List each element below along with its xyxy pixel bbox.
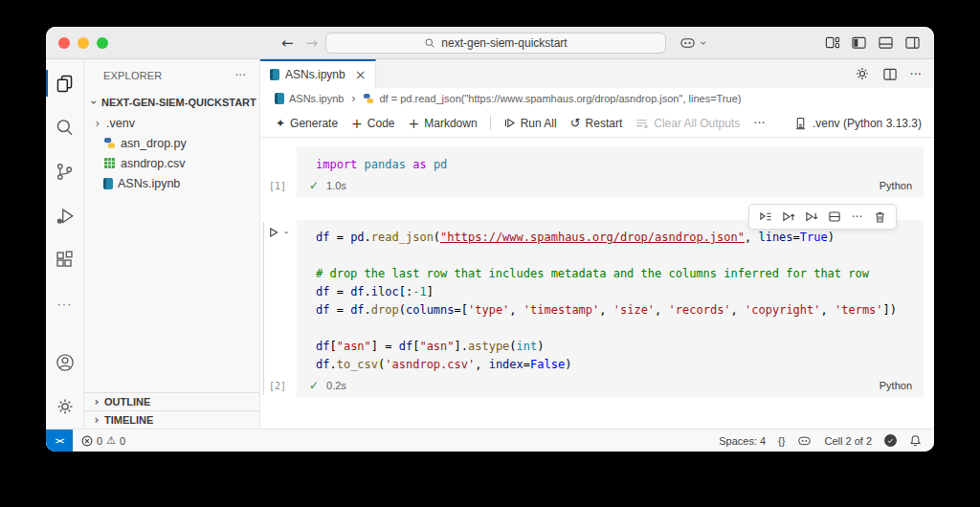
add-code-cell-button[interactable]: + Code	[345, 113, 401, 134]
notebook-cell-1[interactable]: [1] import pandas as pd ✓ 1.0s Python	[260, 147, 924, 197]
file-label: asndrop.csv	[121, 157, 185, 170]
toggle-panel-button[interactable]	[878, 35, 894, 50]
settings-gear-icon[interactable]	[855, 66, 870, 81]
title-bar: ← → next-gen-siem-quickstart ›	[46, 27, 934, 59]
restart-button[interactable]: ↺ Restart	[564, 113, 630, 133]
activity-explorer[interactable]	[46, 61, 84, 105]
toggle-secondary-sidebar-button[interactable]	[904, 35, 921, 50]
tree-item-asns-ipynb[interactable]: ASNs.ipynb	[84, 173, 259, 193]
csv-file-icon	[103, 157, 116, 169]
notebook-file-icon	[270, 69, 279, 80]
cell-code[interactable]: import pandas as pd	[297, 147, 924, 174]
remote-icon: ><	[56, 436, 64, 446]
restart-icon: ↺	[570, 116, 581, 130]
sidebar-more-button[interactable]: ···	[235, 69, 246, 82]
execute-above-cells-icon[interactable]	[755, 208, 775, 226]
errors-icon	[81, 435, 93, 447]
command-center-search[interactable]: next-gen-siem-quickstart	[325, 33, 666, 54]
editor-area: ASNs.ipynb × ··· ASNs.ipynb › df = pd.re…	[260, 59, 934, 429]
extension-status-icon[interactable]	[884, 434, 897, 447]
cell-block[interactable]: import pandas as pd ✓ 1.0s Python	[297, 147, 924, 197]
outline-label: OUTLINE	[104, 396, 150, 408]
toolbar-more-button[interactable]: ···	[746, 113, 771, 133]
generate-button[interactable]: ✦ Generate	[269, 114, 345, 133]
tree-item-asn-drop-py[interactable]: asn_drop.py	[84, 133, 259, 153]
clear-all-outputs-button[interactable]: Clear All Outputs	[629, 114, 746, 133]
activity-run-debug[interactable]	[46, 193, 84, 237]
clear-outputs-label: Clear All Outputs	[654, 117, 740, 130]
notebook-cell-2[interactable]: ··· › [2] df = pd.read_json("https://www…	[260, 220, 924, 397]
account-button[interactable]	[46, 341, 84, 385]
execute-cell-and-below-icon[interactable]	[801, 208, 821, 226]
cell-gutter: › [2]	[260, 220, 297, 397]
restart-label: Restart	[586, 117, 623, 130]
close-window-button[interactable]	[58, 37, 70, 49]
notifications-bell-icon[interactable]	[909, 434, 922, 448]
execute-cell-and-above-icon[interactable]	[778, 208, 798, 226]
zoom-window-button[interactable]	[97, 37, 108, 49]
warning-count: 0	[120, 435, 125, 447]
cell-language[interactable]: Python	[880, 380, 912, 391]
tree-root-folder[interactable]: › NEXT-GEN-SIEM-QUICKSTART	[84, 92, 259, 113]
clear-outputs-icon	[635, 118, 649, 129]
run-cell-icon[interactable]	[268, 227, 279, 238]
add-markdown-label: Markdown	[424, 117, 477, 130]
cell-code[interactable]: df = pd.read_json("https://www.spamhaus.…	[297, 220, 924, 374]
execution-count: [2]	[269, 381, 286, 391]
copilot-menu[interactable]: ›	[679, 34, 708, 51]
activity-extensions[interactable]	[46, 237, 84, 281]
explorer-sidebar: EXPLORER ··· › NEXT-GEN-SIEM-QUICKSTART …	[84, 59, 260, 429]
more-actions-icon[interactable]: ···	[847, 208, 867, 226]
forward-button[interactable]: →	[306, 34, 319, 52]
cell-block[interactable]: df = pd.read_json("https://www.spamhaus.…	[297, 220, 924, 397]
back-button[interactable]: ←	[281, 34, 294, 52]
file-label: .venv	[106, 117, 135, 130]
activity-source-control[interactable]	[46, 149, 84, 193]
add-markdown-cell-button[interactable]: + Markdown	[402, 113, 484, 134]
plus-icon: +	[351, 116, 363, 131]
kernel-label: .venv (Python 3.13.3)	[813, 117, 922, 130]
problems-indicator[interactable]: 0 ⚠ 0	[81, 434, 125, 447]
customize-layout-button[interactable]	[825, 35, 840, 50]
minimize-window-button[interactable]	[78, 37, 89, 49]
toggle-primary-sidebar-button[interactable]	[851, 35, 867, 50]
split-editor-icon[interactable]	[882, 67, 898, 81]
run-options-chevron-icon[interactable]: ›	[281, 228, 291, 237]
activity-more[interactable]: ···	[46, 281, 84, 325]
more-actions-icon[interactable]: ···	[910, 67, 922, 81]
breadcrumb-symbol[interactable]: df = pd.read_json("https://www.spamhaus.…	[379, 93, 741, 104]
kernel-picker[interactable]: .venv (Python 3.13.3)	[794, 117, 925, 130]
settings-button[interactable]	[46, 385, 84, 429]
tab-asns-ipynb[interactable]: ASNs.ipynb ×	[260, 59, 376, 88]
remote-indicator[interactable]: ><	[46, 430, 73, 452]
run-all-button[interactable]: Run All	[497, 114, 564, 133]
search-icon	[424, 37, 435, 49]
python-symbol-icon	[363, 93, 374, 104]
file-label: asn_drop.py	[121, 137, 187, 150]
tree-item-asndrop-csv[interactable]: asndrop.csv	[84, 153, 259, 173]
split-cell-icon[interactable]	[824, 208, 844, 226]
window-controls	[58, 37, 108, 49]
timeline-section[interactable]: › TIMELINE	[84, 410, 259, 429]
language-braces-indicator[interactable]: {}	[778, 435, 785, 447]
cell-status-bar: ✓ 1.0s Python	[297, 174, 924, 197]
tree-item-venv[interactable]: › .venv	[84, 113, 259, 133]
indent-indicator[interactable]: Spaces: 4	[719, 435, 766, 447]
error-count: 0	[97, 435, 102, 447]
chevron-down-icon: ›	[698, 38, 709, 48]
cell-position-indicator[interactable]: Cell 2 of 2	[824, 435, 872, 447]
cell-language[interactable]: Python	[880, 180, 912, 191]
timeline-label: TIMELINE	[104, 414, 153, 426]
breadcrumb-file[interactable]: ASNs.ipynb	[289, 93, 344, 104]
copilot-status-icon[interactable]	[797, 433, 812, 448]
account-icon	[55, 352, 76, 373]
breadcrumb[interactable]: ASNs.ipynb › df = pd.read_json("https://…	[260, 88, 934, 109]
chevron-right-icon: ›	[92, 396, 101, 408]
layout-controls	[825, 35, 921, 50]
activity-search[interactable]	[46, 105, 84, 149]
outline-section[interactable]: › OUTLINE	[84, 392, 259, 410]
extensions-icon	[55, 250, 75, 270]
delete-cell-icon[interactable]	[870, 208, 890, 226]
close-tab-icon[interactable]: ×	[355, 67, 367, 82]
search-icon	[55, 118, 75, 138]
